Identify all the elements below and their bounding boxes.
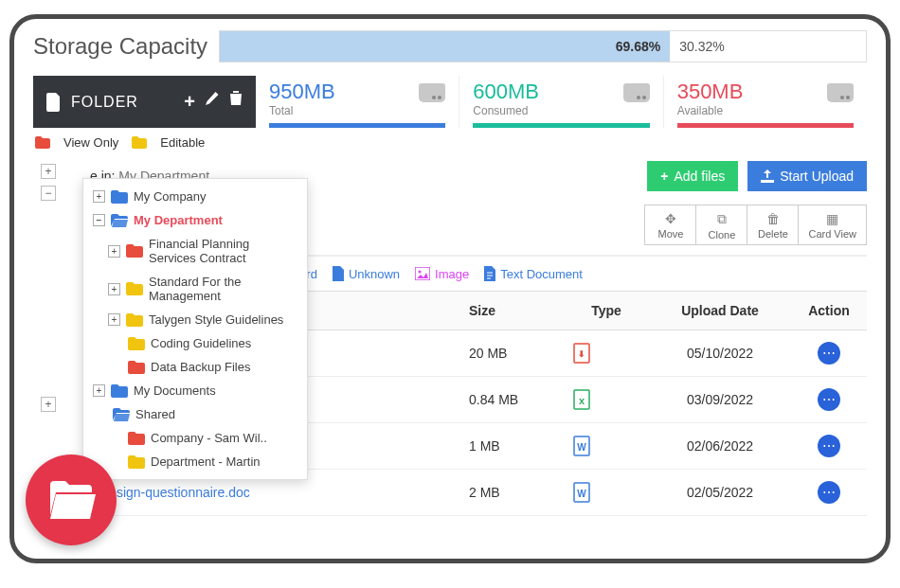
- tree-item-label: Financial Planning Services Contract: [149, 237, 297, 265]
- file-action-cell: ⋯: [791, 377, 867, 423]
- tree-item-label: Department - Martin: [151, 454, 297, 469]
- add-files-button[interactable]: + Add files: [647, 161, 738, 191]
- tree-item-label: Shared: [135, 407, 297, 421]
- legend-view-only: View Only: [63, 135, 118, 150]
- row-action-button[interactable]: ⋯: [818, 481, 840, 504]
- cardview-button[interactable]: ▦Card View: [798, 205, 867, 245]
- tree-item[interactable]: Company - Sam Wil..: [83, 426, 307, 450]
- row-action-button[interactable]: ⋯: [818, 435, 840, 457]
- tree-expand-toggle[interactable]: −: [93, 214, 105, 226]
- tree-item-label: My Company: [134, 189, 297, 204]
- folder-panel: FOLDER +: [33, 76, 256, 128]
- file-size-cell: 20 MB: [459, 330, 564, 377]
- tree-expand-toggle[interactable]: +: [108, 313, 120, 326]
- tree-item[interactable]: +My Company: [83, 185, 307, 208]
- th-action[interactable]: Action: [791, 292, 867, 330]
- stat-consumed-label: Consumed: [473, 104, 649, 117]
- file-size-cell: 0.84 MB: [459, 377, 564, 423]
- tree-item[interactable]: +Standard For the Management: [83, 270, 307, 308]
- file-type-cell: x: [564, 377, 649, 423]
- image-icon: [415, 267, 430, 280]
- file-date-cell: 02/05/2022: [649, 470, 791, 516]
- folder-icon: [113, 408, 130, 421]
- stat-total-label: Total: [269, 104, 445, 117]
- folder-tree-popup: +My Company−My Department+Financial Plan…: [82, 178, 308, 480]
- folder-icon: [111, 214, 128, 227]
- tree-collapse-2[interactable]: −: [41, 186, 56, 201]
- tree-expand-toggle[interactable]: +: [93, 190, 105, 203]
- file-size-cell: 1 MB: [459, 423, 564, 470]
- file-type-cell: ⬇: [564, 330, 649, 377]
- folder-fab[interactable]: [26, 454, 117, 545]
- file-size-cell: 2 MB: [459, 470, 564, 516]
- word-icon: W: [573, 482, 639, 503]
- plus-icon: +: [660, 169, 668, 184]
- start-upload-button[interactable]: Start Upload: [747, 161, 867, 191]
- file-date-cell: 03/09/2022: [649, 377, 791, 423]
- tree-item[interactable]: Shared: [83, 402, 307, 426]
- tree-item-label: Talygen Style Guidelines: [149, 312, 297, 327]
- filter-image[interactable]: Image: [415, 266, 469, 281]
- pdf-icon: ⬇: [573, 343, 639, 364]
- hdd-icon: [419, 83, 445, 106]
- grid-icon: ▦: [808, 211, 856, 226]
- folder-icon: [128, 337, 145, 350]
- folder-red-icon: [35, 136, 50, 149]
- stat-total: 950MB Total: [256, 76, 459, 128]
- folder-icon: [126, 282, 143, 295]
- tree-expand-toggle[interactable]: +: [93, 384, 105, 397]
- svg-text:W: W: [577, 442, 586, 453]
- tree-item[interactable]: Data Backup Files: [83, 355, 307, 379]
- tree-expand-toggle[interactable]: +: [108, 283, 120, 295]
- svg-text:⬇: ⬇: [578, 349, 585, 359]
- tree-item-label: My Department: [134, 213, 297, 227]
- storage-title: Storage Capacity: [33, 33, 207, 60]
- folder-icon: [126, 244, 143, 258]
- add-folder-icon[interactable]: +: [184, 91, 195, 113]
- tree-item-label: Standard For the Management: [149, 275, 297, 303]
- file-action-cell: ⋯: [791, 470, 867, 516]
- move-icon: ✥: [655, 211, 686, 226]
- delete-folder-icon[interactable]: [229, 91, 243, 113]
- tree-item[interactable]: Department - Martin: [83, 450, 307, 473]
- file-type-cell: W: [564, 423, 649, 470]
- folder-actions: +: [184, 91, 243, 113]
- stat-available-label: Available: [677, 104, 854, 117]
- filter-text[interactable]: Text Document: [484, 266, 583, 281]
- svg-point-7: [419, 271, 422, 274]
- app-frame: Storage Capacity 69.68% 30.32% FOLDER +: [9, 14, 891, 563]
- th-type[interactable]: Type: [564, 292, 649, 330]
- th-size[interactable]: Size: [459, 292, 564, 330]
- row-action-button[interactable]: ⋯: [818, 342, 840, 365]
- folder-yellow-icon: [132, 136, 147, 149]
- tree-item[interactable]: +My Documents: [83, 379, 307, 402]
- excel-icon: x: [573, 389, 639, 410]
- tree-expand-toggle[interactable]: +: [108, 245, 120, 258]
- tree-item[interactable]: +Talygen Style Guidelines: [83, 308, 307, 331]
- folder-label: FOLDER: [71, 94, 174, 111]
- edit-folder-icon[interactable]: [205, 91, 220, 113]
- storage-progress: 69.68% 30.32%: [219, 30, 867, 62]
- th-date[interactable]: Upload Date: [649, 292, 791, 330]
- tree-item-label: Coding Guidelines: [151, 336, 297, 350]
- tree-expand-3[interactable]: +: [41, 397, 56, 412]
- delete-button[interactable]: 🗑Delete: [747, 205, 798, 245]
- tree-expand-1[interactable]: +: [41, 164, 56, 179]
- legend-editable: Editable: [160, 135, 205, 150]
- tree-item[interactable]: −My Department: [83, 208, 307, 232]
- text-icon: [484, 266, 495, 281]
- storage-used-pct: 69.68%: [616, 39, 660, 54]
- hdd-icon: [623, 83, 650, 106]
- stats-row: FOLDER + 950MB Total 600MB Consumed: [14, 76, 886, 128]
- move-button[interactable]: ✥Move: [644, 205, 695, 245]
- storage-free-pct: 30.32%: [670, 39, 724, 54]
- tree-item[interactable]: +Financial Planning Services Contract: [83, 232, 307, 270]
- tree-item[interactable]: Coding Guidelines: [83, 331, 307, 355]
- svg-text:x: x: [579, 395, 585, 406]
- filter-unknown[interactable]: Unknown: [333, 266, 400, 281]
- row-action-button[interactable]: ⋯: [818, 388, 840, 411]
- clone-button[interactable]: ⧉Clone: [695, 205, 747, 245]
- folder-icon: [111, 384, 128, 398]
- tree-item-label: Company - Sam Wil..: [151, 431, 297, 445]
- tree-item-label: Data Backup Files: [151, 360, 297, 374]
